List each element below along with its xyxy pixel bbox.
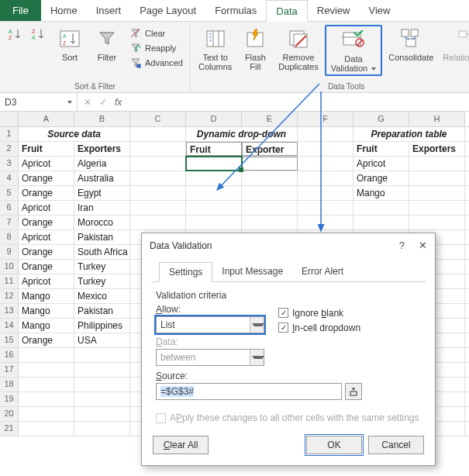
cell[interactable] bbox=[409, 216, 465, 229]
close-icon[interactable]: ✕ bbox=[419, 240, 427, 251]
cell[interactable]: Apricot bbox=[19, 230, 74, 244]
cell[interactable] bbox=[409, 157, 465, 171]
sort-desc-button[interactable]: ZA bbox=[28, 25, 50, 45]
cell[interactable] bbox=[298, 142, 353, 156]
row-header[interactable]: 9 bbox=[0, 245, 19, 259]
row-header[interactable]: 4 bbox=[0, 171, 19, 185]
row-header[interactable]: 5 bbox=[0, 186, 19, 200]
cell[interactable] bbox=[130, 171, 186, 185]
dialog-tab-settings[interactable]: Settings bbox=[159, 262, 212, 282]
advanced-button[interactable]: Advanced bbox=[127, 56, 185, 70]
cell[interactable] bbox=[353, 201, 409, 215]
cell[interactable]: Mango bbox=[19, 319, 74, 333]
row-header[interactable]: 21 bbox=[0, 422, 19, 436]
cell[interactable] bbox=[186, 171, 242, 185]
cell[interactable] bbox=[19, 348, 74, 362]
cell[interactable] bbox=[186, 201, 242, 215]
row-header[interactable]: 15 bbox=[0, 333, 19, 347]
reapply-button[interactable]: Reapply bbox=[127, 41, 185, 55]
cell[interactable]: Orange bbox=[19, 260, 74, 274]
row-header[interactable]: 12 bbox=[0, 289, 19, 303]
sort-button[interactable]: AZ Sort bbox=[53, 25, 87, 64]
cell[interactable] bbox=[298, 127, 353, 141]
relationships-button[interactable]: Relationships bbox=[440, 25, 469, 64]
cell[interactable]: Pakistan bbox=[74, 230, 130, 244]
remove-duplicates-button[interactable]: Remove Duplicates bbox=[275, 25, 321, 73]
cell[interactable]: Exporters bbox=[409, 142, 465, 156]
col-header[interactable]: H bbox=[409, 112, 465, 126]
cell[interactable] bbox=[19, 407, 74, 421]
cell[interactable]: Apricot bbox=[19, 274, 74, 288]
col-header[interactable]: G bbox=[353, 112, 409, 126]
cell[interactable]: USA bbox=[74, 333, 130, 347]
cell[interactable]: Apricot bbox=[353, 157, 409, 171]
accept-icon[interactable]: ✓ bbox=[99, 97, 107, 108]
row-header[interactable]: 20 bbox=[0, 407, 19, 421]
cell[interactable] bbox=[74, 407, 130, 421]
cell[interactable]: Iran bbox=[74, 201, 130, 215]
cell[interactable] bbox=[19, 363, 74, 377]
cell[interactable]: Australia bbox=[74, 171, 130, 185]
filter-button[interactable]: Filter bbox=[90, 25, 124, 64]
cell[interactable]: Apricot bbox=[19, 157, 74, 171]
row-header[interactable]: 19 bbox=[0, 392, 19, 406]
cell[interactable]: Exporter bbox=[242, 142, 298, 156]
row-header[interactable]: 10 bbox=[0, 260, 19, 274]
cell[interactable]: Preparation table bbox=[353, 127, 465, 141]
ignore-blank-checkbox[interactable]: ✓Ignore blank bbox=[278, 308, 360, 319]
cell[interactable]: Mango bbox=[19, 289, 74, 303]
cell[interactable] bbox=[242, 171, 298, 185]
cell[interactable] bbox=[242, 186, 298, 200]
clear-button[interactable]: Clear bbox=[127, 26, 185, 40]
cell[interactable]: Apricot bbox=[19, 201, 74, 215]
cell[interactable]: Mango bbox=[19, 304, 74, 318]
cell[interactable] bbox=[298, 201, 353, 215]
cell[interactable] bbox=[19, 422, 74, 436]
row-header[interactable]: 8 bbox=[0, 230, 19, 244]
cell[interactable]: Dynamic drop-down bbox=[186, 127, 298, 141]
in-cell-dropdown-checkbox[interactable]: ✓In-cell dropdown bbox=[278, 323, 360, 333]
cell[interactable] bbox=[298, 157, 353, 171]
cell[interactable]: Orange bbox=[19, 171, 74, 185]
cell[interactable]: Mango bbox=[353, 186, 409, 200]
cell[interactable]: Egypt bbox=[74, 186, 130, 200]
row-header[interactable]: 1 bbox=[0, 127, 19, 141]
row-header[interactable]: 14 bbox=[0, 319, 19, 333]
cell[interactable] bbox=[130, 157, 186, 171]
row-header[interactable]: 6 bbox=[0, 201, 19, 215]
cell[interactable] bbox=[19, 392, 74, 406]
cell[interactable]: Orange bbox=[19, 245, 74, 259]
clear-all-button[interactable]: Clear All bbox=[153, 436, 209, 454]
cell[interactable] bbox=[19, 378, 74, 391]
cell[interactable] bbox=[242, 157, 298, 171]
col-header[interactable]: C bbox=[130, 112, 186, 126]
cell[interactable] bbox=[409, 171, 465, 185]
cell[interactable] bbox=[74, 363, 130, 377]
cell[interactable]: Orange bbox=[353, 171, 409, 185]
cell[interactable] bbox=[298, 186, 353, 200]
fx-icon[interactable]: fx bbox=[115, 97, 122, 108]
cell[interactable] bbox=[298, 216, 353, 229]
cell[interactable] bbox=[186, 216, 242, 229]
flash-fill-button[interactable]: Flash Fill bbox=[238, 25, 272, 73]
row-header[interactable]: 11 bbox=[0, 274, 19, 288]
cell[interactable]: Fruit bbox=[353, 142, 409, 156]
cell[interactable] bbox=[186, 186, 242, 200]
tab-formulas[interactable]: Formulas bbox=[205, 0, 266, 21]
cell[interactable] bbox=[74, 348, 130, 362]
cell[interactable]: Fruit bbox=[19, 142, 74, 156]
cancel-button[interactable]: Cancel bbox=[368, 436, 424, 454]
help-icon[interactable]: ? bbox=[399, 240, 405, 251]
cell[interactable] bbox=[298, 171, 353, 185]
cell[interactable]: Morocco bbox=[74, 216, 130, 229]
cell[interactable]: Turkey bbox=[74, 260, 130, 274]
row-header[interactable]: 18 bbox=[0, 378, 19, 391]
row-header[interactable]: 3 bbox=[0, 157, 19, 171]
chevron-down-icon[interactable] bbox=[250, 317, 264, 333]
ok-button[interactable]: OK bbox=[306, 436, 362, 454]
cell[interactable] bbox=[130, 201, 186, 215]
col-header[interactable]: E bbox=[242, 112, 298, 126]
cell[interactable]: South Africa bbox=[74, 245, 130, 259]
sort-asc-button[interactable]: AZ bbox=[5, 25, 26, 45]
col-header[interactable]: B bbox=[74, 112, 130, 126]
